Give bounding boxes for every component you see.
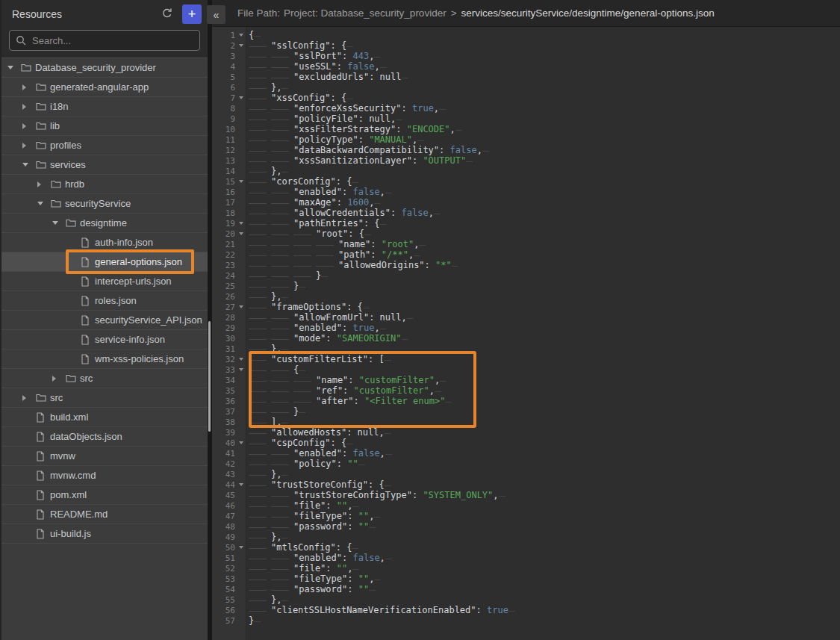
tree-item-README.md[interactable]: README.md (1, 505, 208, 524)
tree-item-lib[interactable]: lib (1, 116, 208, 136)
tree-item-label: securityService_API.json (95, 314, 202, 326)
code-line-32: "customFilterList": [ (249, 354, 840, 364)
tree-item-wm-xss-policies.json[interactable]: wm-xss-policies.json (1, 349, 208, 369)
tree-item-securityService_API.json[interactable]: securityService_API.json (1, 311, 208, 330)
collapse-arrow-icon[interactable] (7, 66, 21, 69)
code-line-13: "xssSanitizationLayer": "OUTPUT" (249, 155, 840, 166)
tree-item-mvnw.cmd[interactable]: mvnw.cmd (1, 466, 208, 485)
tree-item-src[interactable]: src (1, 388, 208, 408)
gutter-line-29: 29 (212, 323, 246, 333)
code-line-23: "allowedOrigins": "*" (249, 260, 840, 270)
tree-item-auth-info.json[interactable]: auth-info.json (1, 233, 208, 252)
gutter-line-26: 26 (212, 291, 246, 302)
tree-item-dataObjects.json[interactable]: dataObjects.json (1, 427, 208, 447)
gutter-line-53: 53 (212, 574, 246, 584)
folder-icon (66, 218, 79, 228)
code-viewer[interactable]: 1234567891011121314151617181920212223242… (212, 27, 840, 640)
gutter-line-17: 17 (212, 197, 246, 208)
fold-arrow-icon[interactable] (239, 232, 243, 235)
tree-item-src[interactable]: src (1, 369, 208, 388)
collapse-arrow-icon[interactable] (22, 163, 36, 167)
code-line-45: "trustStoreConfigType": "SYSTEM_ONLY", (249, 490, 840, 500)
fold-arrow-icon[interactable] (239, 96, 243, 99)
fold-arrow-icon[interactable] (239, 483, 243, 486)
expand-arrow-icon[interactable] (22, 395, 36, 401)
fold-arrow-icon[interactable] (239, 44, 243, 47)
refresh-button[interactable] (158, 5, 176, 23)
fold-arrow-icon[interactable] (239, 358, 243, 361)
tree-item-i18n[interactable]: i18n (1, 97, 208, 116)
expand-arrow-icon[interactable] (22, 84, 36, 90)
gutter-line-15: 15 (212, 176, 246, 187)
chevron-double-left-icon: « (214, 9, 220, 21)
gutter-line-49: 49 (212, 532, 246, 542)
fold-arrow-icon[interactable] (239, 305, 243, 308)
tree-item-securityService[interactable]: securityService (1, 194, 208, 214)
code-line-6: }, (249, 82, 840, 93)
gutter-line-54: 54 (212, 584, 246, 594)
collapse-arrow-icon[interactable] (37, 202, 51, 205)
fold-arrow-icon[interactable] (239, 34, 243, 37)
tree-item-designtime[interactable]: designtime (1, 214, 208, 233)
code-line-29: "enabled": true, (249, 323, 840, 333)
code-line-50: "mtlsConfig": { (249, 542, 840, 553)
tree-item-roles.json[interactable]: roles.json (1, 291, 208, 311)
file-icon (81, 315, 94, 326)
file-icon (36, 529, 49, 539)
tree-item-profiles[interactable]: profiles (1, 136, 208, 155)
file-icon (36, 412, 49, 423)
expand-arrow-icon[interactable] (22, 104, 36, 110)
tree-item-pom.xml[interactable]: pom.xml (1, 485, 208, 505)
scrollbar-thumb[interactable] (208, 321, 211, 432)
collapse-arrow-icon[interactable] (52, 221, 66, 225)
tree-item-services[interactable]: services (1, 155, 208, 175)
folder-icon (66, 373, 79, 383)
fold-arrow-icon[interactable] (239, 368, 243, 371)
expand-arrow-icon[interactable] (37, 181, 51, 187)
add-resource-button[interactable]: + (182, 4, 202, 24)
tree-item-ui-build.js[interactable]: ui-build.js (1, 524, 208, 544)
tree-item-general-options.json[interactable]: general-options.json (1, 252, 208, 272)
code-line-39: "allowedHosts": null, (249, 427, 840, 438)
fold-arrow-icon[interactable] (239, 222, 243, 225)
code-content: {"sslConfig": {"sslPort": 443,"useSSL": … (246, 27, 840, 640)
gutter-line-9: 9 (212, 114, 246, 124)
gutter-line-2: 2 (212, 40, 246, 51)
code-line-33: { (249, 364, 840, 375)
tree-item-build.xml[interactable]: build.xml (1, 408, 208, 427)
gutter-line-39: 39 (212, 427, 246, 438)
resource-tree: Database_security_providergenerated-angu… (1, 58, 208, 640)
collapse-panel-button[interactable]: « (207, 5, 225, 24)
tree-item-label: services (50, 159, 86, 170)
tree-item-label: hrdb (65, 178, 84, 190)
tree-item-Database_security_provider[interactable]: Database_security_provider (1, 58, 208, 78)
gutter-line-28: 28 (212, 312, 246, 323)
code-line-21: "name": "root", (249, 239, 840, 249)
gutter-line-43: 43 (212, 469, 246, 479)
resources-title: Resources (12, 8, 62, 20)
code-line-18: "allowCredentials": false, (249, 208, 840, 218)
gutter-line-30: 30 (212, 333, 246, 344)
tree-item-label: auth-info.json (95, 237, 153, 248)
fold-arrow-icon[interactable] (239, 546, 243, 549)
tree-item-intercept-urls.json[interactable]: intercept-urls.json (1, 272, 208, 291)
expand-arrow-icon[interactable] (22, 123, 36, 129)
expand-arrow-icon[interactable] (22, 143, 36, 149)
fold-arrow-icon[interactable] (239, 180, 243, 183)
tree-item-mvnw[interactable]: mvnw (1, 447, 208, 466)
tree-item-hrdb[interactable]: hrdb (1, 175, 208, 194)
search-input[interactable] (9, 30, 200, 51)
code-line-5: "excludedUrls": null (249, 72, 840, 82)
tree-item-label: securityService (65, 198, 131, 209)
code-line-30: "mode": "SAMEORIGIN" (249, 333, 840, 344)
expand-arrow-icon[interactable] (52, 376, 66, 382)
gutter-line-44: 44 (212, 479, 246, 490)
gutter-line-19: 19 (212, 218, 246, 229)
tree-item-service-info.json[interactable]: service-info.json (1, 330, 208, 349)
tree-item-generated-angular-app[interactable]: generated-angular-app (1, 78, 208, 97)
fold-arrow-icon[interactable] (239, 441, 243, 444)
gutter-line-5: 5 (212, 72, 246, 82)
code-line-51: "enabled": false, (249, 553, 840, 563)
resources-panel: Resources + (0, 0, 208, 640)
code-line-57: } (249, 615, 840, 626)
